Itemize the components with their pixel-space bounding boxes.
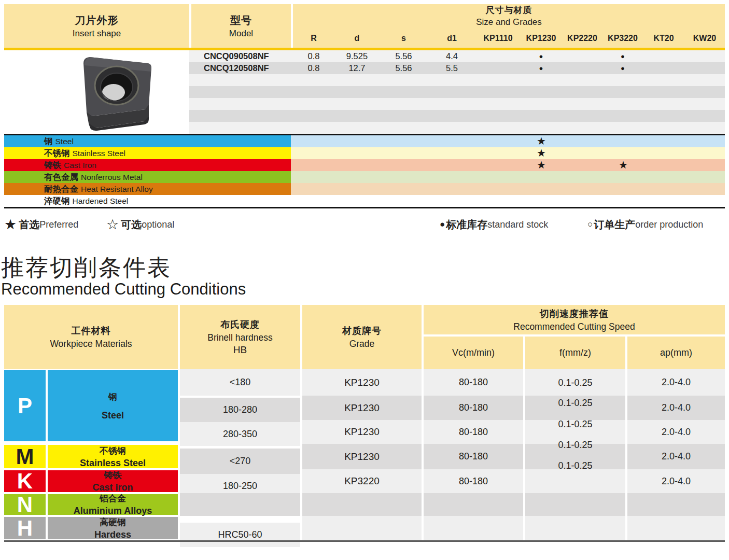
grade-cell: KP1230 [302, 396, 422, 420]
group-material-M: 不锈钢 Stainless Steel [48, 445, 178, 468]
material-bar: 耐热合金Heat Resistant Alloy [4, 183, 291, 195]
outline-circle-icon: ○ [587, 216, 593, 233]
hb-cell: 180-280 [180, 398, 300, 422]
f-cell [525, 444, 625, 469]
cell-s: 5.56 [380, 51, 428, 61]
grade-cell [302, 493, 422, 516]
header-f-label: f(mm/z) [559, 347, 591, 358]
preferred-star-kp1230: ★ [531, 159, 552, 171]
col-label-R: R [293, 34, 334, 43]
model-cell: CNCQ120508NF [191, 62, 291, 74]
cutting-row: 180-280 KP1230 80-180 2.0-4.0 [180, 396, 725, 420]
outline-star-icon: ☆ [106, 216, 119, 233]
black-divider-bottom [4, 207, 725, 208]
f-cell [525, 469, 625, 493]
group-material-cn: 高硬钢 [100, 516, 126, 528]
cell-R: 0.8 [293, 51, 334, 61]
header-grade: 材质牌号 Grade [302, 305, 422, 369]
material-tint [291, 171, 725, 183]
cell-d1: 4.4 [428, 51, 476, 61]
f-cell [525, 420, 625, 444]
cutting-row: <270 KP1230 80-180 2.0-4.0 [180, 444, 725, 469]
preferred-star-kp3220 [613, 183, 634, 195]
vc-cell: 80-180 [424, 444, 523, 469]
preferred-star-kp1230: ★ [531, 147, 552, 159]
legend: ★ 首选 Preferred ☆ 可选 optional ● 标准库存 stan… [4, 216, 725, 233]
group-letter-H: H [4, 517, 46, 539]
preferred-star-kp1230 [531, 171, 552, 183]
cutting-conditions-table: 工件材料 Workpiece Materials 布氏硬度 Brinell ha… [4, 305, 725, 542]
material-en: Cast Iron [64, 161, 96, 170]
legend-cn: 可选 [121, 218, 142, 232]
material-en: Steel [55, 137, 74, 146]
cell-s: 5.56 [380, 63, 428, 73]
row-stripe [189, 74, 725, 86]
grade-cell: KP1230 [302, 420, 422, 444]
header-hardness: 布氏硬度 Brinell hardness HB [180, 305, 300, 369]
header-model-cn: 型号 [230, 13, 252, 27]
material-row-stainless: 不锈钢Stainless Steel ★ [4, 147, 725, 159]
col-label-s: s [380, 34, 428, 43]
material-cn: 钢 [44, 136, 53, 146]
group-material-H: 高硬钢 Hardess [48, 517, 178, 539]
cutting-row: HRC50-60 [180, 516, 725, 540]
size-grades-cn: 尺寸与材质 [486, 4, 532, 16]
legend-order-production: ○ 订单生产 order production [587, 216, 703, 233]
material-bar: 有色金属Nonferrous Metal [4, 171, 291, 183]
ap-cell: 2.0-4.0 [627, 469, 725, 493]
cell-d: 9.525 [334, 51, 380, 61]
group-material-cn: 铝合金 [100, 493, 126, 505]
material-tint: ★ ★ [291, 159, 725, 171]
header-hardness-en: Brinell hardness [207, 332, 272, 343]
vc-cell: 80-180 [424, 469, 523, 493]
header-size-grades: 尺寸与材质 Size and Grades R d s d1 KP1110 KP… [293, 4, 725, 48]
vc-cell: 80-180 [424, 396, 523, 420]
col-label-d: d [334, 34, 380, 43]
preferred-star-kp3220: ★ [613, 159, 634, 171]
material-row-hardened: 淬硬钢Hardened Steel [4, 195, 725, 207]
header-workpiece-en: Workpiece Materials [50, 339, 132, 349]
header-insert-shape: 刀片外形 Insert shape [4, 4, 189, 48]
row-stripe [189, 98, 725, 110]
group-material-P: 钢 Steel [48, 370, 178, 441]
vc-cell: 80-180 [424, 420, 523, 444]
material-bar: 不锈钢Stainless Steel [4, 147, 291, 159]
size-grades-title: 尺寸与材质 Size and Grades [293, 4, 725, 29]
material-cn: 淬硬钢 [44, 196, 70, 205]
section-title: 推荐切削条件表 Recommended Cutting Conditions [1, 255, 246, 299]
material-row-heatresistant: 耐热合金Heat Resistant Alloy [4, 183, 725, 195]
group-letter-N: N [4, 494, 46, 515]
group-material-en: Aluminium Alloys [74, 506, 152, 516]
material-row-castiron: 铸铁Cast Iron ★ ★ [4, 159, 725, 171]
hb-cell: <180 [180, 369, 300, 396]
ap-cell [627, 493, 725, 516]
row-stripe [189, 86, 725, 98]
group-material-cn: 不锈钢 [100, 445, 126, 457]
f-cell [525, 396, 625, 420]
header-model-en: Model [229, 29, 253, 39]
preferred-star-kp1230: ★ [531, 135, 552, 147]
top-table-header: 刀片外形 Insert shape 型号 Model 尺寸与材质 Size an… [4, 4, 725, 48]
f-cell [525, 493, 625, 516]
header-ap: ap(mm) [627, 337, 725, 369]
preferred-star-kp1230 [531, 183, 552, 195]
material-bar: 钢Steel [4, 135, 291, 147]
cutting-row: <180 KP1230 80-180 2.0-4.0 [180, 369, 725, 396]
group-material-en: Hardess [94, 529, 131, 540]
header-cutting-speed: 切削速度推荐值 Recommended Cutting Speed [424, 305, 725, 334]
f-cell [525, 369, 625, 396]
row-values: 0.8 9.525 5.56 4.4 ● ● [293, 50, 725, 62]
preferred-star-kp1230 [531, 195, 552, 207]
header-speed-en: Recommended Cutting Speed [513, 321, 635, 332]
col-label-kp2220: KP2220 [562, 34, 602, 43]
legend-en: order production [635, 219, 703, 230]
material-tint [291, 195, 725, 207]
legend-preferred: ★ 首选 Preferred [4, 216, 78, 233]
group-material-cn: 钢 [108, 391, 117, 403]
preferred-star-kp3220 [613, 171, 634, 183]
material-bar: 淬硬钢Hardened Steel [4, 195, 291, 207]
legend-standard-stock: ● 标准库存 standard stock [440, 216, 548, 233]
grade-cell: KP3220 [302, 469, 422, 493]
insert-size-grades-table: 刀片外形 Insert shape 型号 Model 尺寸与材质 Size an… [4, 4, 725, 134]
stock-dot-kp3220: ● [602, 64, 643, 72]
